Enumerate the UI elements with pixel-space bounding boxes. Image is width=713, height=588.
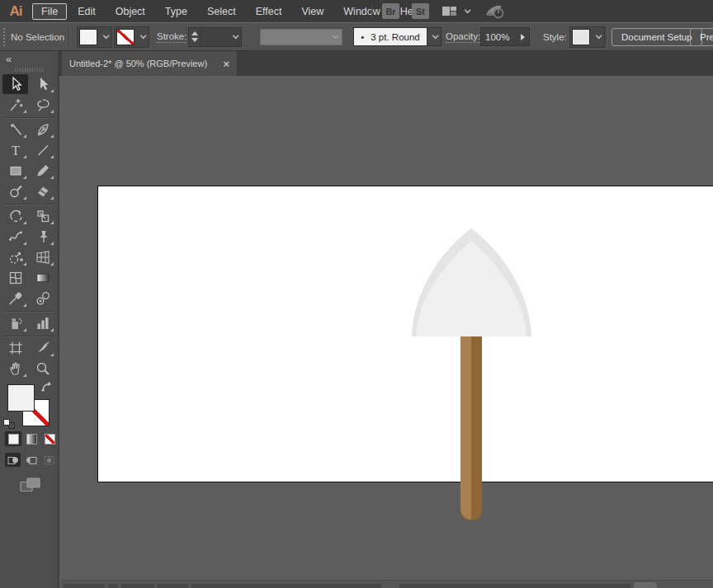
menubar-separator <box>371 5 372 18</box>
stock-button[interactable]: St <box>412 3 429 19</box>
gradient-tool[interactable] <box>30 268 55 288</box>
paint-mode-buttons <box>5 431 58 446</box>
draw-behind-button[interactable] <box>23 453 39 467</box>
graphic-style-dropdown[interactable] <box>569 26 605 48</box>
scale-tool[interactable] <box>30 206 55 226</box>
toolbar-separator <box>4 204 54 205</box>
rotate-tool[interactable] <box>2 206 28 226</box>
document-canvas[interactable] <box>61 76 713 588</box>
workspace-switcher[interactable] <box>441 5 470 17</box>
menu-edit[interactable]: Edit <box>68 3 105 20</box>
default-fill-stroke-icon[interactable] <box>3 419 16 430</box>
chevron-right-icon[interactable] <box>521 34 525 40</box>
draw-normal-icon <box>7 455 19 465</box>
curvature-tool[interactable] <box>2 120 28 139</box>
chevron-down-icon <box>103 32 110 39</box>
stroke-none-swatch[interactable] <box>116 29 135 45</box>
shovel-handle-highlight <box>460 336 471 520</box>
gradient-mode-button[interactable] <box>23 431 40 446</box>
type-tool[interactable]: T <box>2 140 28 160</box>
magic-wand-tool[interactable] <box>2 95 28 115</box>
swap-fill-stroke-icon[interactable] <box>41 382 54 393</box>
stroke-weight-combo[interactable] <box>201 27 242 47</box>
none-mode-button[interactable] <box>41 431 58 446</box>
shaper-tool[interactable] <box>2 181 28 201</box>
perspective-grid-tool[interactable] <box>30 247 55 267</box>
menu-bar: Ai File Edit Object Type Select Effect V… <box>0 0 713 22</box>
illustrator-logo: Ai <box>0 3 31 20</box>
gpu-performance-icon[interactable] <box>484 4 506 19</box>
stepper-down-icon[interactable] <box>191 38 198 42</box>
hand-tool[interactable] <box>2 359 28 379</box>
document-setup-button[interactable]: Document Setup <box>611 28 702 46</box>
panel-collapse-button[interactable]: « <box>0 51 58 66</box>
blend-tool[interactable] <box>30 289 55 308</box>
shovel-artwork[interactable] <box>391 216 606 546</box>
tools-panel: « <box>0 51 59 588</box>
column-graph-tool[interactable] <box>30 313 55 333</box>
color-mode-icon <box>8 434 19 445</box>
chevron-down-icon <box>233 32 239 39</box>
width-tool[interactable] <box>2 227 28 247</box>
fill-swatch[interactable] <box>7 384 35 412</box>
toolbar-separator <box>4 336 54 336</box>
horizontal-scrollbar[interactable] <box>61 580 713 588</box>
svg-text:T: T <box>12 143 20 158</box>
document-tab-title: Untitled-2* @ 50% (RGB/Preview) <box>69 59 207 68</box>
panel-grip-handle[interactable] <box>2 27 7 47</box>
draw-inside-icon <box>44 455 55 465</box>
fill-stroke-proxy <box>0 382 58 430</box>
menu-effect[interactable]: Effect <box>247 3 291 20</box>
document-tab-bar: Untitled-2* @ 50% (RGB/Preview) × <box>59 51 713 76</box>
change-screen-mode-button[interactable] <box>20 477 58 496</box>
slice-tool[interactable] <box>30 338 55 358</box>
toolbar-separator <box>4 311 54 312</box>
puppet-warp-tool[interactable] <box>30 227 55 247</box>
rectangle-tool[interactable] <box>2 161 28 181</box>
stroke-weight-stepper[interactable] <box>188 27 201 47</box>
workspace-icon <box>441 5 457 17</box>
menu-select[interactable]: Select <box>198 3 245 20</box>
brush-definition-field[interactable]: • 3 pt. Round <box>353 27 427 46</box>
scrollbar-thumb[interactable] <box>634 582 657 588</box>
pen-tool[interactable] <box>30 120 55 139</box>
line-segment-tool[interactable] <box>30 140 55 160</box>
eraser-tool[interactable] <box>30 181 55 201</box>
tab-close-button[interactable]: × <box>223 58 229 70</box>
panel-drag-grip[interactable] <box>15 68 43 72</box>
direct-selection-tool[interactable] <box>30 74 55 94</box>
preferences-button[interactable]: Preferences <box>690 28 713 46</box>
paintbrush-tool[interactable] <box>30 161 55 181</box>
artboard-tool[interactable] <box>2 338 28 358</box>
menu-type[interactable]: Type <box>156 3 196 20</box>
opacity-label[interactable]: Opacity: <box>446 31 480 43</box>
brush-definition-dropdown[interactable] <box>427 27 441 46</box>
shape-builder-tool[interactable] <box>2 247 28 267</box>
draw-normal-button[interactable] <box>5 453 21 467</box>
eyedropper-tool[interactable] <box>2 289 28 308</box>
screen-mode-icon <box>20 477 41 493</box>
document-tab[interactable]: Untitled-2* @ 50% (RGB/Preview) × <box>62 51 237 76</box>
bridge-button[interactable]: Br <box>382 3 399 19</box>
symbol-sprayer-tool[interactable] <box>2 313 28 333</box>
divider <box>606 27 607 47</box>
menu-view[interactable]: View <box>292 3 333 20</box>
menu-file[interactable]: File <box>32 3 67 20</box>
divider <box>68 27 69 47</box>
brush-preview-dot: • <box>361 32 364 42</box>
menu-object[interactable]: Object <box>106 3 154 20</box>
shovel-blade-inner[interactable] <box>416 241 526 336</box>
zoom-tool[interactable] <box>30 359 55 379</box>
color-mode-button[interactable] <box>5 431 21 446</box>
mesh-tool[interactable] <box>2 268 28 288</box>
stroke-label[interactable]: Stroke: <box>157 31 187 43</box>
graphic-style-swatch[interactable] <box>572 29 590 45</box>
selection-tool[interactable] <box>2 74 28 94</box>
opacity-field[interactable]: 100% <box>480 27 530 46</box>
gradient-mode-icon <box>26 434 37 445</box>
stroke-color-dropdown[interactable] <box>114 26 149 48</box>
lasso-tool[interactable] <box>30 95 55 115</box>
fill-color-dropdown[interactable] <box>77 26 112 48</box>
stepper-up-icon[interactable] <box>191 31 198 35</box>
fill-color-swatch[interactable] <box>79 29 97 45</box>
